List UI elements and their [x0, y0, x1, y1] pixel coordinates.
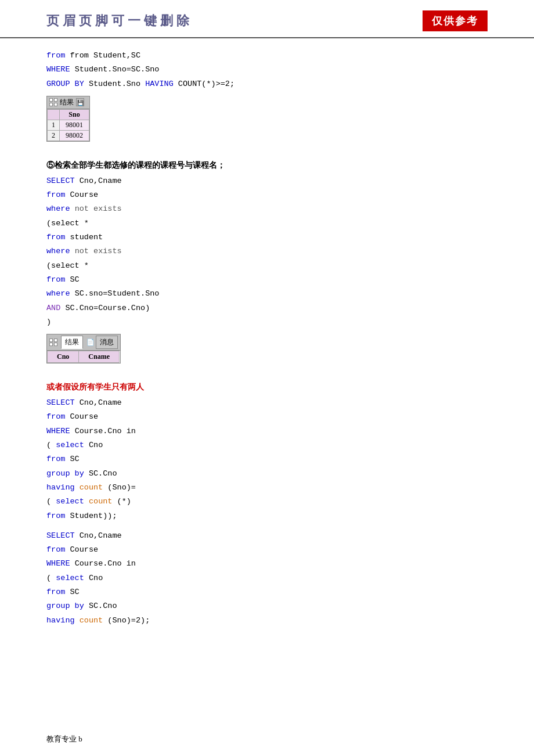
- s5-line10: AND SC.Cno=Course.Cno): [46, 301, 488, 315]
- s5-line3: where not exists: [46, 202, 488, 216]
- code-line3b-text: COUNT(*)>=2;: [178, 80, 234, 88]
- or-heading: 或者假设所有学生只有两人: [46, 382, 488, 393]
- s5-line8: from SC: [46, 273, 488, 287]
- s6-line3: WHERE Course.Cno in: [46, 424, 488, 438]
- s6-line4: ( select Cno: [46, 438, 488, 452]
- table-save-icon-1: 💾: [76, 98, 84, 106]
- s5-l10-rest: SC.Cno=Course.Cno): [65, 304, 150, 312]
- s7-l1-rest: Cno,Cname: [80, 531, 122, 540]
- s7-line1: SELECT Cno,Cname: [46, 529, 488, 543]
- tab-result-2[interactable]: 结果: [61, 336, 83, 349]
- s6-l1-rest: Cno,Cname: [80, 398, 122, 407]
- table-row: 1 98001: [48, 120, 89, 130]
- result-table-2-container: 结果 📄 消息 Cno Cname: [46, 334, 121, 363]
- kw-having-s7: having: [46, 616, 75, 625]
- kw-groupby-s6: group by: [46, 469, 84, 478]
- kw-select-s6: SELECT: [46, 398, 75, 407]
- kw-select-s5: SELECT: [46, 177, 75, 185]
- s5-l6-rest: not exists: [75, 247, 122, 255]
- code-line2-text: Student.Sno=SC.Sno: [75, 65, 160, 74]
- table-icon-1: [49, 98, 57, 106]
- footer-text: 教育专业 b: [46, 734, 82, 744]
- kw-from-s6b: from: [46, 455, 65, 463]
- s5-l7-text: (select *: [46, 261, 89, 270]
- code-block-1: from from Student,SC WHERE Student.Sno=S…: [46, 49, 488, 91]
- s7-line7: having count (Sno)=2);: [46, 614, 488, 628]
- s6-l7b-text: (Sno)=: [107, 483, 136, 492]
- col-header-sno: Sno: [60, 109, 89, 120]
- kw-from-s5c: from: [46, 275, 65, 284]
- s6-line5: from SC: [46, 452, 488, 466]
- kw-select-s6b: select: [56, 441, 84, 449]
- code-line-groupby: GROUP BY Student.Sno HAVING COUNT(*)>=2;: [46, 77, 488, 91]
- s5-l4-text: (select *: [46, 219, 89, 228]
- result-table-1-container: 结果 💾 Sno 1 98001 2 98002: [46, 96, 90, 142]
- code-line1-text: from Student,SC: [70, 51, 141, 60]
- kw-count-s7: count: [80, 616, 103, 625]
- s5-line11: ): [46, 315, 488, 329]
- kw-select-s7: SELECT: [46, 531, 75, 540]
- code-block-6: SELECT Cno,Cname from Course WHERE Cours…: [46, 396, 488, 523]
- s5-line5: from student: [46, 231, 488, 244]
- s7-line2: from Course: [46, 543, 488, 557]
- s5-line1: SELECT Cno,Cname: [46, 174, 488, 188]
- s6-l4b-text: Cno: [89, 441, 103, 449]
- kw-and-s5: AND: [46, 304, 60, 312]
- kw-where-s5c: where: [46, 289, 70, 298]
- s5-line9: where SC.sno=Student.Sno: [46, 287, 488, 301]
- s6-l9-rest: Student));: [70, 512, 117, 520]
- s5-l1-rest: Cno,Cname: [80, 177, 122, 185]
- content-area: from from Student,SC WHERE Student.Sno=S…: [0, 49, 534, 651]
- s7-l7b: (Sno)=2);: [107, 616, 150, 625]
- code-block-5: SELECT Cno,Cname from Course where not e…: [46, 174, 488, 329]
- row-num-2: 2: [48, 130, 60, 141]
- s7-line5: from SC: [46, 585, 488, 599]
- s5-l11-text: ): [46, 318, 51, 326]
- kw-select-s6c: select: [56, 497, 84, 506]
- s5-l2-rest: Course: [70, 190, 99, 199]
- kw-groupby: GROUP BY: [46, 80, 84, 88]
- result-table-1-header: 结果 💾: [47, 96, 89, 109]
- code-line-from1: from from Student,SC: [46, 49, 488, 63]
- s5-l9-rest: SC.sno=Student.Sno: [75, 289, 160, 298]
- result-table-2-header: 结果 📄 消息: [47, 334, 120, 351]
- header-title: 页眉页脚可一键删除: [46, 12, 193, 30]
- kw-where1: WHERE: [46, 65, 70, 74]
- row-val-1: 98001: [60, 120, 89, 130]
- kw-having-s6: having: [46, 483, 75, 492]
- message-icon: 📄: [86, 339, 95, 346]
- s6-line9: from Student));: [46, 509, 488, 523]
- s5-l8-rest: SC: [70, 275, 80, 284]
- result-tab-label-1[interactable]: 结果: [60, 98, 74, 107]
- s6-l2-rest: Course: [70, 412, 99, 421]
- s7-l6-rest: SC.Cno: [89, 602, 117, 610]
- table-icon-2: [49, 339, 57, 347]
- s5-line2: from Course: [46, 188, 488, 202]
- kw-from-s6: from: [46, 412, 65, 421]
- s7-l4a: (: [46, 574, 51, 582]
- s5-line7: (select *: [46, 259, 488, 273]
- s6-l8c: (*): [117, 497, 131, 506]
- kw-from-s7b: from: [46, 588, 65, 596]
- s5-l3-rest: not exists: [75, 204, 122, 213]
- s5-line6: where not exists: [46, 244, 488, 258]
- kw-from-s7: from: [46, 545, 65, 554]
- col-header-rownum: [48, 109, 60, 120]
- kw-groupby-s7: group by: [46, 602, 84, 610]
- s6-l5-rest: SC: [70, 455, 80, 463]
- s6-line2: from Course: [46, 410, 488, 424]
- kw-from-s6c: from: [46, 512, 65, 520]
- col-header-cname: Cname: [79, 351, 120, 363]
- kw-where-s6: WHERE: [46, 427, 70, 435]
- kw-from-s5b: from: [46, 233, 65, 242]
- row-num-1: 1: [48, 120, 60, 130]
- s7-l2-rest: Course: [70, 545, 99, 554]
- tab-message-2[interactable]: 消息: [96, 336, 118, 349]
- kw-where-s7: WHERE: [46, 559, 70, 568]
- s6-line6: group by SC.Cno: [46, 467, 488, 481]
- tab-message-group: 📄 消息: [86, 336, 118, 349]
- kw-having1: HAVING: [145, 80, 174, 88]
- s6-line8: ( select count (*): [46, 495, 488, 509]
- kw-from: from: [46, 51, 65, 60]
- col-header-cno: Cno: [48, 351, 79, 363]
